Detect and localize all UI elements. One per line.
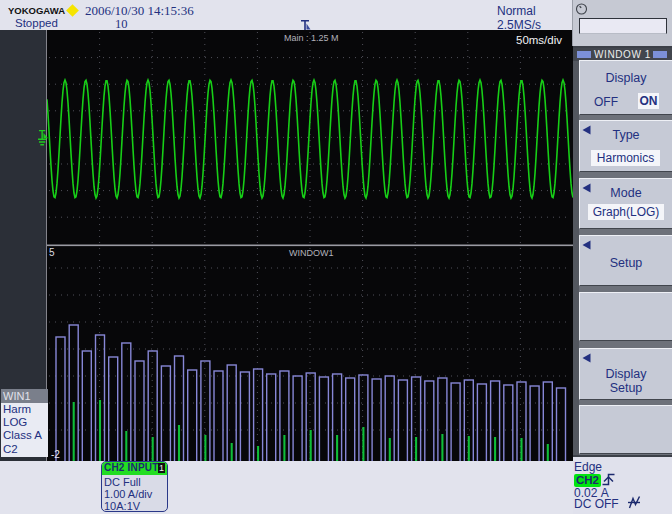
svg-text:50ms/div: 50ms/div — [516, 34, 562, 46]
svg-text:5: 5 — [49, 247, 55, 258]
svg-text:-2: -2 — [51, 449, 60, 460]
svg-text:Main : 1.25 M: Main : 1.25 M — [284, 33, 339, 43]
svg-text:WINDOW1: WINDOW1 — [289, 248, 334, 258]
